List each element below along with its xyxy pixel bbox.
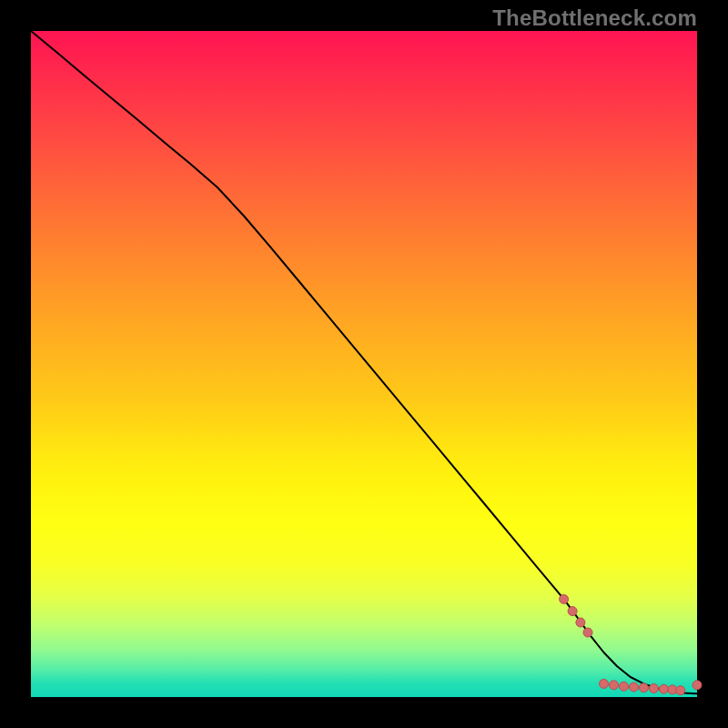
watermark-text: TheBottleneck.com	[492, 5, 697, 31]
scatter-dot	[676, 686, 685, 695]
bottleneck-curve	[31, 31, 697, 693]
chart-frame: TheBottleneck.com	[0, 0, 728, 728]
scatter-dot	[639, 683, 648, 693]
scatter-dot	[560, 594, 569, 603]
scatter-dot	[610, 681, 619, 690]
chart-svg	[31, 31, 697, 697]
plot-area	[31, 31, 697, 697]
scatter-dot	[649, 684, 658, 693]
scatter-dot	[600, 679, 609, 688]
scatter-dot	[568, 607, 577, 616]
scatter-dot	[693, 681, 702, 690]
scatter-dot	[583, 628, 592, 637]
scatter-dots	[560, 594, 702, 694]
scatter-dot	[576, 618, 585, 627]
scatter-dot	[630, 682, 639, 692]
scatter-dot	[659, 684, 668, 693]
scatter-dot	[620, 682, 629, 691]
